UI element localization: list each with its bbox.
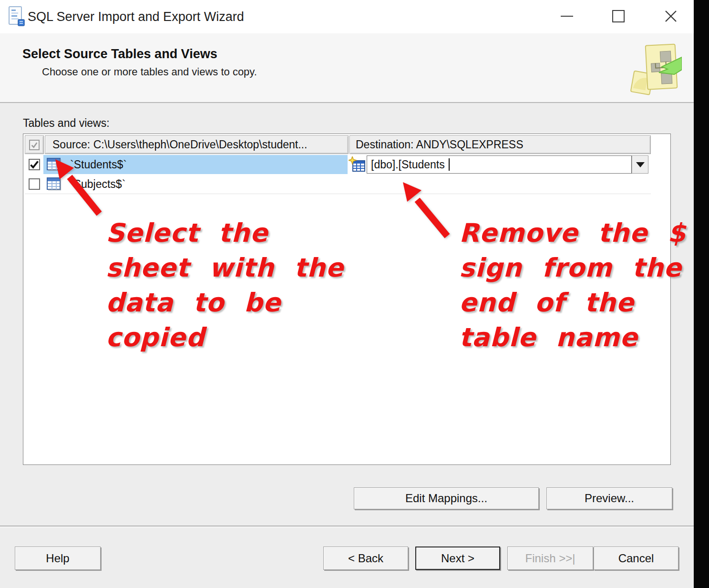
text-caret [449, 158, 450, 171]
select-all-checkbox[interactable] [29, 140, 40, 150]
minimize-icon [561, 16, 573, 17]
page-title: Select Source Tables and Views [22, 47, 217, 62]
row-subjects-checkbox-cell [25, 175, 43, 194]
new-table-icon [349, 156, 366, 175]
source-column-header[interactable]: Source: C:\Users\theph\OneDrive\Desktop\… [45, 135, 349, 154]
row-students-source-name: `Students$` [70, 158, 127, 171]
table-icon [47, 158, 62, 171]
row-subjects-source-cell[interactable]: `Subjects$` [43, 175, 651, 194]
destination-dropdown-button[interactable] [632, 155, 648, 174]
check-icon [31, 141, 38, 149]
destination-column-header[interactable]: Destination: ANDY\SQLEXPRESS [349, 135, 651, 154]
row-students-checkbox[interactable] [29, 159, 40, 170]
check-icon [30, 160, 39, 169]
back-button[interactable]: < Back [323, 547, 408, 570]
close-button[interactable] [656, 1, 686, 31]
table-icon [47, 177, 62, 191]
app-icon [8, 6, 26, 30]
row-students-destination-cell: [dbo].[Students [349, 155, 651, 174]
row-separator [25, 194, 651, 194]
chevron-down-icon [636, 162, 645, 167]
annotation-select-sheet: Select the sheet with the data to be cop… [106, 216, 344, 355]
wizard-header: Select Source Tables and Views Choose on… [0, 33, 694, 103]
select-all-header-cell[interactable] [25, 135, 44, 154]
close-icon [664, 9, 678, 23]
tables-and-views-label: Tables and views: [23, 117, 110, 130]
window-title: SQL Server Import and Export Wizard [28, 10, 244, 24]
preview-button[interactable]: Preview... [546, 487, 672, 509]
footer-divider [0, 526, 694, 526]
row-students-source-cell[interactable]: `Students$` [43, 155, 348, 174]
minimize-button[interactable] [552, 1, 582, 31]
help-button[interactable]: Help [15, 547, 101, 570]
row-students-checkbox-cell [25, 155, 43, 174]
cancel-button[interactable]: Cancel [594, 547, 678, 570]
wizard-step-icon [628, 43, 682, 98]
page-subtitle: Choose one or more tables and views to c… [42, 66, 257, 78]
row-subjects-source-name: `Subjects$` [70, 178, 125, 191]
maximize-button[interactable] [604, 1, 633, 31]
titlebar: SQL Server Import and Export Wizard [0, 0, 694, 33]
destination-table-input[interactable]: [dbo].[Students [367, 155, 632, 174]
next-button[interactable]: Next > [415, 547, 500, 570]
annotation-remove-dollar: Remove the $ sign from the end of the ta… [459, 216, 686, 355]
edit-mappings-button[interactable]: Edit Mappings... [354, 487, 539, 509]
maximize-icon [612, 10, 625, 22]
finish-button[interactable]: Finish >>| [507, 547, 593, 570]
row-subjects-checkbox[interactable] [29, 178, 40, 190]
